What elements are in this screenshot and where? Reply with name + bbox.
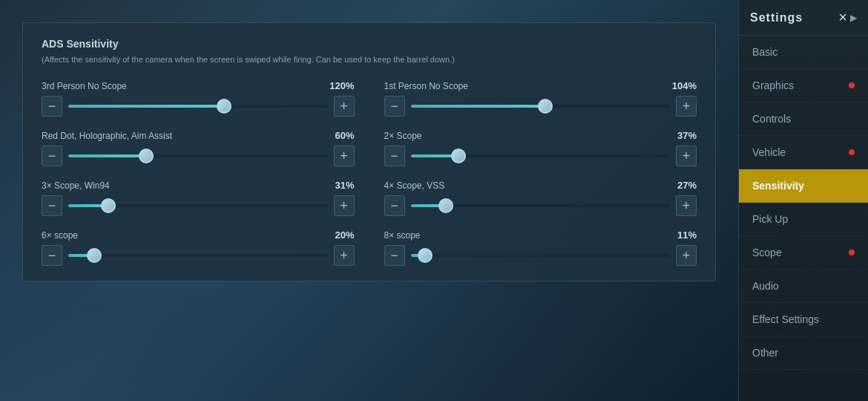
slider-group-red-dot: Red Dot, Holographic, Aim Assist60%−+ (42, 130, 355, 166)
slider-track-1st-person-no-scope (411, 105, 671, 108)
slider-controls-1st-person-no-scope: −+ (384, 96, 697, 117)
settings-panel: ADS Sensitivity (Affects the sensitivity… (22, 22, 716, 281)
slider-controls-2x-scope: −+ (384, 146, 697, 166)
slider-plus-4x-scope[interactable]: + (676, 195, 697, 216)
sidebar-item-label-sensitivity: Sensitivity (752, 180, 855, 192)
slider-percent-3x-scope: 31% (335, 180, 354, 191)
close-icon: × (838, 9, 847, 26)
slider-track-container-4x-scope[interactable] (411, 195, 671, 216)
slider-controls-6x-scope: −+ (42, 245, 355, 266)
slider-thumb-6x-scope[interactable] (87, 248, 102, 263)
sidebar-item-controls[interactable]: Controls (739, 102, 868, 136)
slider-thumb-8x-scope[interactable] (418, 248, 433, 263)
slider-plus-8x-scope[interactable]: + (676, 245, 697, 266)
slider-fill-red-dot (68, 154, 146, 157)
slider-label-row-1st-person-no-scope: 1st Person No Scope104% (384, 80, 697, 91)
sidebar-item-audio[interactable]: Audio (739, 270, 868, 303)
sidebar-item-other[interactable]: Other (739, 336, 868, 370)
sidebar-item-label-controls: Controls (752, 113, 855, 125)
settings-header: Settings × ▶ (739, 0, 868, 36)
slider-track-container-6x-scope[interactable] (68, 245, 328, 266)
slider-label-row-4x-scope: 4× Scope, VSS27% (384, 180, 697, 191)
slider-fill-3rd-person-no-scope (68, 105, 224, 108)
sidebar-item-graphics[interactable]: Graphics (739, 69, 868, 102)
slider-plus-6x-scope[interactable]: + (334, 245, 355, 266)
slider-label-row-2x-scope: 2× Scope37% (384, 130, 697, 141)
slider-track-3x-scope (68, 204, 328, 207)
slider-label-2x-scope: 2× Scope (384, 131, 422, 141)
slider-percent-6x-scope: 20% (335, 229, 354, 241)
sidebar-item-scope[interactable]: Scope (739, 236, 868, 270)
slider-label-3rd-person-no-scope: 3rd Person No Scope (42, 81, 127, 91)
slider-group-3rd-person-no-scope: 3rd Person No Scope120%−+ (42, 80, 355, 117)
arrow-right-icon: ▶ (850, 13, 857, 23)
slider-minus-4x-scope[interactable]: − (384, 195, 405, 216)
slider-controls-red-dot: −+ (42, 146, 355, 166)
sidebar-item-label-basic: Basic (752, 46, 855, 58)
slider-minus-3rd-person-no-scope[interactable]: − (42, 96, 62, 117)
slider-percent-3rd-person-no-scope: 120% (329, 80, 354, 91)
sidebar-item-vehicle[interactable]: Vehicle (739, 136, 868, 169)
close-button[interactable]: × ▶ (838, 9, 857, 26)
sidebar-item-label-graphics: Graphics (752, 79, 849, 91)
slider-plus-red-dot[interactable]: + (334, 146, 355, 166)
slider-track-3rd-person-no-scope (68, 105, 328, 108)
slider-track-container-8x-scope[interactable] (411, 245, 671, 266)
slider-percent-4x-scope: 27% (677, 180, 697, 191)
main-content: ADS Sensitivity (Affects the sensitivity… (0, 0, 738, 401)
slider-controls-8x-scope: −+ (384, 245, 697, 266)
sidebar-item-effect-settings[interactable]: Effect Settings (739, 303, 868, 336)
slider-thumb-4x-scope[interactable] (438, 198, 453, 213)
sidebar-item-basic[interactable]: Basic (739, 36, 868, 69)
settings-title: Settings (750, 11, 803, 25)
slider-minus-2x-scope[interactable]: − (384, 146, 405, 166)
slider-plus-1st-person-no-scope[interactable]: + (676, 96, 697, 117)
slider-track-container-3rd-person-no-scope[interactable] (68, 96, 328, 117)
slider-plus-2x-scope[interactable]: + (676, 146, 697, 166)
slider-thumb-1st-person-no-scope[interactable] (538, 99, 553, 114)
sidebar-item-label-scope: Scope (752, 247, 849, 258)
panel-title: ADS Sensitivity (42, 38, 697, 50)
slider-percent-2x-scope: 37% (677, 130, 697, 141)
slider-percent-8x-scope: 11% (677, 229, 697, 241)
slider-track-container-2x-scope[interactable] (411, 146, 671, 166)
slider-thumb-2x-scope[interactable] (451, 149, 466, 163)
slider-label-1st-person-no-scope: 1st Person No Scope (384, 81, 468, 91)
sidebar-item-sensitivity[interactable]: Sensitivity (739, 169, 868, 203)
slider-fill-1st-person-no-scope (411, 105, 546, 108)
sidebar-nav: BasicGraphicsControlsVehicleSensitivityP… (739, 36, 868, 401)
slider-controls-4x-scope: −+ (384, 195, 697, 216)
slider-group-4x-scope: 4× Scope, VSS27%−+ (384, 180, 697, 216)
slider-plus-3rd-person-no-scope[interactable]: + (334, 96, 355, 117)
slider-percent-1st-person-no-scope: 104% (672, 80, 697, 91)
slider-minus-6x-scope[interactable]: − (42, 245, 62, 266)
slider-minus-8x-scope[interactable]: − (384, 245, 405, 266)
slider-group-1st-person-no-scope: 1st Person No Scope104%−+ (384, 80, 697, 117)
slider-minus-3x-scope[interactable]: − (42, 195, 62, 216)
slider-label-red-dot: Red Dot, Holographic, Aim Assist (42, 131, 172, 141)
nav-dot-scope (849, 250, 855, 255)
slider-track-container-1st-person-no-scope[interactable] (411, 96, 671, 117)
sidebar-item-label-audio: Audio (752, 280, 855, 292)
slider-track-8x-scope (411, 254, 671, 257)
slider-label-4x-scope: 4× Scope, VSS (384, 180, 445, 191)
slider-controls-3rd-person-no-scope: −+ (42, 96, 355, 117)
sidebar-item-pickup[interactable]: Pick Up (739, 203, 868, 236)
slider-track-red-dot (68, 154, 328, 157)
nav-dot-graphics (849, 82, 855, 88)
slider-thumb-3x-scope[interactable] (101, 198, 116, 213)
slider-track-4x-scope (411, 204, 671, 207)
slider-group-3x-scope: 3× Scope, Win9431%−+ (42, 180, 355, 216)
slider-track-container-red-dot[interactable] (68, 146, 328, 166)
slider-thumb-red-dot[interactable] (139, 149, 154, 163)
slider-track-container-3x-scope[interactable] (68, 195, 328, 216)
slider-label-row-8x-scope: 8× scope11% (384, 229, 697, 241)
slider-plus-3x-scope[interactable]: + (334, 195, 355, 216)
sliders-grid: 3rd Person No Scope120%−+1st Person No S… (42, 80, 697, 266)
slider-label-row-6x-scope: 6× scope20% (42, 229, 355, 241)
slider-track-6x-scope (68, 254, 328, 257)
slider-group-8x-scope: 8× scope11%−+ (384, 229, 697, 266)
slider-minus-1st-person-no-scope[interactable]: − (384, 96, 405, 117)
slider-thumb-3rd-person-no-scope[interactable] (217, 99, 231, 114)
slider-minus-red-dot[interactable]: − (42, 146, 62, 166)
